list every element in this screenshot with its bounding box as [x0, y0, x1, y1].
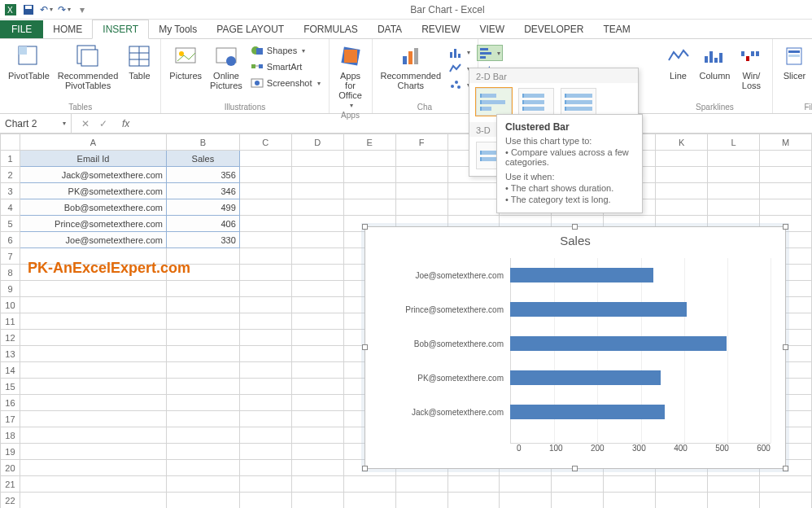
cancel-icon[interactable]: ✕	[81, 118, 89, 129]
cell[interactable]	[447, 493, 500, 509]
chart-bar[interactable]	[510, 336, 727, 351]
cell[interactable]: 406	[166, 216, 239, 232]
cell[interactable]	[291, 281, 343, 297]
cell[interactable]	[291, 265, 343, 281]
cell[interactable]	[166, 493, 239, 509]
cell[interactable]	[395, 167, 447, 183]
worksheet-area[interactable]: ABCDEFGHIJKLM1Email IdSales2Jack@sometex…	[0, 134, 812, 508]
cell[interactable]	[20, 281, 166, 297]
cell[interactable]	[343, 476, 395, 493]
row-header[interactable]: 13	[1, 346, 20, 362]
smartart-button[interactable]: SmartArt	[249, 59, 322, 74]
cell[interactable]	[708, 183, 760, 199]
cell[interactable]	[291, 183, 343, 199]
screenshot-button[interactable]: Screenshot▾	[249, 76, 322, 90]
cell[interactable]	[166, 395, 239, 411]
stacked-bar-thumb[interactable]	[518, 88, 554, 116]
cell[interactable]	[166, 313, 239, 330]
cell[interactable]	[20, 444, 166, 460]
redo-icon[interactable]: ↷▾	[59, 4, 70, 15]
resize-handle[interactable]	[783, 344, 788, 350]
column-header[interactable]: L	[708, 134, 760, 151]
cell[interactable]: Bob@sometexthere.com	[20, 199, 166, 216]
cell[interactable]: Sales	[166, 151, 239, 167]
sparkline-winloss-button[interactable]: Win/ Loss	[735, 42, 767, 92]
row-header[interactable]: 17	[1, 411, 20, 427]
shapes-button[interactable]: Shapes▾	[249, 43, 322, 58]
cell[interactable]	[239, 427, 291, 444]
cell[interactable]	[239, 248, 291, 265]
tab-mytools[interactable]: My Tools	[149, 20, 207, 38]
cell[interactable]	[20, 427, 166, 444]
cell[interactable]	[239, 167, 291, 183]
chart-bar[interactable]	[510, 268, 653, 282]
row-header[interactable]: 7	[1, 248, 20, 265]
resize-handle[interactable]	[362, 344, 368, 350]
tab-team[interactable]: TEAM	[594, 20, 640, 38]
row-header[interactable]: 4	[1, 199, 20, 216]
cell[interactable]	[20, 362, 166, 379]
cell[interactable]	[291, 346, 343, 362]
resize-handle[interactable]	[572, 466, 578, 471]
cell[interactable]	[166, 330, 239, 346]
cell[interactable]	[291, 476, 343, 493]
cell[interactable]	[708, 199, 760, 216]
cell[interactable]: 330	[166, 232, 239, 248]
cell[interactable]	[343, 493, 395, 509]
fx-icon[interactable]: fx	[117, 118, 134, 129]
cell[interactable]	[166, 297, 239, 313]
cell[interactable]	[291, 167, 343, 183]
column-header[interactable]: D	[291, 134, 343, 151]
cell[interactable]	[291, 379, 343, 395]
chart-bar[interactable]	[510, 370, 661, 385]
cell[interactable]	[552, 493, 604, 509]
cell[interactable]	[239, 444, 291, 460]
resize-handle[interactable]	[783, 466, 788, 471]
row-header[interactable]: 19	[1, 444, 20, 460]
cell[interactable]	[291, 362, 343, 379]
cell[interactable]	[239, 362, 291, 379]
cell[interactable]	[166, 281, 239, 297]
column-header[interactable]: E	[343, 134, 395, 151]
cell[interactable]	[656, 167, 708, 183]
tab-view[interactable]: VIEW	[469, 20, 514, 38]
cell[interactable]	[395, 151, 447, 167]
cell[interactable]	[20, 395, 166, 411]
tab-file[interactable]: FILE	[0, 20, 43, 38]
cell[interactable]	[291, 151, 343, 167]
cell[interactable]	[760, 167, 812, 183]
cell[interactable]	[166, 427, 239, 444]
cell[interactable]	[291, 248, 343, 265]
cell[interactable]	[291, 313, 343, 330]
cell[interactable]	[20, 411, 166, 427]
insert-column-chart-button[interactable]: ▾	[447, 45, 472, 59]
select-all-cell[interactable]	[1, 134, 20, 151]
row-header[interactable]: 8	[1, 265, 20, 281]
cell[interactable]	[239, 476, 291, 493]
cell[interactable]	[166, 460, 239, 476]
cell[interactable]	[239, 232, 291, 248]
chart-bar[interactable]	[510, 405, 665, 419]
row-header[interactable]: 11	[1, 313, 20, 330]
tab-review[interactable]: REVIEW	[412, 20, 469, 38]
tab-data[interactable]: DATA	[368, 20, 412, 38]
cell[interactable]	[166, 411, 239, 427]
row-header[interactable]: 14	[1, 362, 20, 379]
tab-developer[interactable]: DEVELOPER	[514, 20, 593, 38]
cell[interactable]	[166, 476, 239, 493]
tab-insert[interactable]: INSERT	[92, 20, 149, 39]
row-header[interactable]: 1	[1, 151, 20, 167]
row-header[interactable]: 12	[1, 330, 20, 346]
cell[interactable]: Jack@sometexthere.com	[20, 167, 166, 183]
cell[interactable]	[291, 232, 343, 248]
cell[interactable]	[447, 183, 500, 199]
cell[interactable]	[708, 167, 760, 183]
column-header[interactable]: K	[656, 134, 708, 151]
cell[interactable]: 499	[166, 199, 239, 216]
cell[interactable]	[656, 493, 708, 509]
pivottable-button[interactable]: PivotTable	[5, 42, 53, 82]
cell[interactable]	[239, 330, 291, 346]
qat-customize-icon[interactable]: ▾	[76, 4, 88, 15]
cell[interactable]	[20, 297, 166, 313]
recommended-pivottables-button[interactable]: Recommended PivotTables	[55, 42, 122, 92]
